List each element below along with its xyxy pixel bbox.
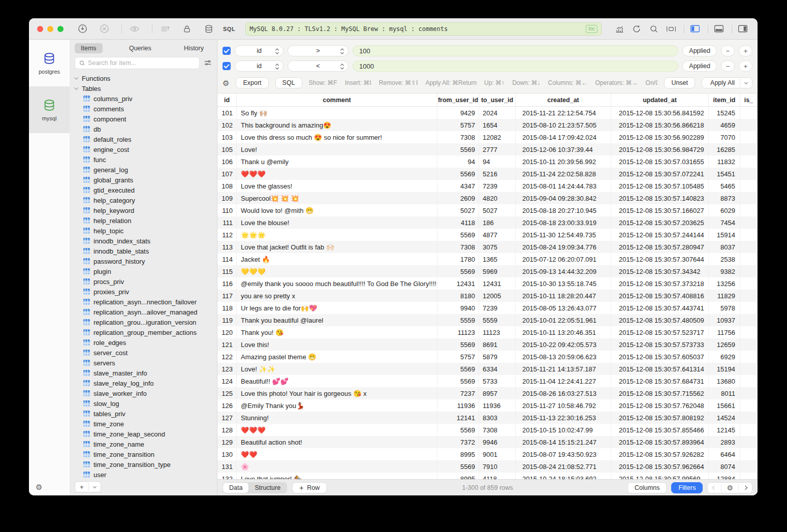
filter-column-select[interactable]: id bbox=[235, 45, 284, 56]
filter-operator-select[interactable]: > bbox=[288, 45, 349, 56]
applied-button[interactable]: Applied bbox=[682, 60, 717, 72]
sidebar-table-item[interactable]: role_edges bbox=[70, 337, 217, 348]
table-row[interactable]: 101So fly 🙌🏼942920242015-11-21 22:12:54.… bbox=[217, 107, 758, 119]
sidebar-table-item[interactable]: db bbox=[70, 124, 217, 134]
tab-items[interactable]: Items bbox=[75, 43, 103, 53]
filter-enabled-checkbox[interactable] bbox=[223, 62, 231, 70]
sidebar-table-item[interactable]: component bbox=[70, 114, 217, 124]
table-row[interactable]: 124Beautiful!! 💕💕556957332015-11-04 12:2… bbox=[217, 375, 758, 387]
filter-enabled-checkbox[interactable] bbox=[223, 47, 231, 55]
filters-button[interactable]: Filters bbox=[671, 482, 703, 493]
sidebar-table-item[interactable]: columns_priv bbox=[70, 93, 217, 104]
sidebar-table-item[interactable]: time_zone_transition_type bbox=[70, 459, 217, 470]
sidebar-table-item[interactable]: plugin bbox=[70, 266, 217, 276]
tree-group-tables[interactable]: Tables bbox=[70, 83, 217, 93]
table-row[interactable]: 122Amazing pastel theme 😬575758792015-08… bbox=[217, 351, 758, 363]
table-row[interactable]: 109Supercool💥 💥 💥260948202015-09-04 09:2… bbox=[217, 192, 758, 204]
column-header-item_id[interactable]: item_id bbox=[709, 93, 740, 106]
next-page-button[interactable] bbox=[739, 486, 752, 489]
table-row[interactable]: 107❤️❤️❤️556952162015-11-24 22:02:58.828… bbox=[217, 168, 758, 180]
connection-mysql[interactable]: mysql bbox=[29, 86, 70, 133]
sidebar-table-item[interactable]: comments bbox=[70, 104, 217, 114]
sidebar-table-item[interactable]: user bbox=[70, 470, 217, 478]
applied-button[interactable]: Applied bbox=[682, 45, 717, 56]
remove-filter-button[interactable]: − bbox=[721, 45, 735, 56]
table-row[interactable]: 103Love this dress so much 😍 so nice for… bbox=[217, 131, 758, 143]
sidebar-table-item[interactable]: slave_master_info bbox=[70, 368, 217, 378]
table-row[interactable]: 113Love that jacket! Outfit is fab 🙌🏻730… bbox=[217, 241, 758, 253]
previous-page-button[interactable] bbox=[708, 486, 721, 489]
search-icon[interactable] bbox=[646, 22, 662, 36]
table-row[interactable]: 106Thank u @emily94942015-10-11 20:39:56… bbox=[217, 155, 758, 168]
table-row[interactable]: 102This background is amazing😍5757165420… bbox=[217, 119, 758, 131]
connection-postgres[interactable]: postgres bbox=[29, 40, 70, 86]
table-row[interactable]: 121Love this!556986912015-10-22 09:42:05… bbox=[217, 338, 758, 351]
unset-button[interactable]: Unset bbox=[664, 77, 695, 88]
sidebar-table-item[interactable]: time_zone bbox=[70, 419, 217, 429]
zoom-window-button[interactable] bbox=[57, 26, 64, 32]
column-header-comment[interactable]: comment bbox=[237, 93, 437, 106]
filter-operator-select[interactable]: < bbox=[288, 60, 349, 72]
sidebar-table-item[interactable]: time_zone_transition bbox=[70, 449, 217, 459]
table-row[interactable]: 125Love this photo! Your hair is gorgeou… bbox=[217, 387, 758, 399]
column-header-is_[interactable]: is_ bbox=[740, 93, 758, 106]
sql-editor-icon[interactable]: SQL bbox=[223, 26, 235, 32]
toggle-bottom-panel-icon[interactable] bbox=[711, 22, 727, 36]
chart-icon[interactable] bbox=[612, 22, 627, 36]
add-item-combo-button[interactable]: + bbox=[75, 481, 101, 492]
search-input[interactable] bbox=[88, 59, 195, 67]
sidebar-table-item[interactable]: slow_log bbox=[70, 398, 217, 409]
sidebar-table-item[interactable]: help_keyword bbox=[70, 205, 217, 215]
sidebar-table-item[interactable]: replication_grou...iguration_version bbox=[70, 317, 217, 327]
column-header-id[interactable]: id bbox=[217, 93, 237, 106]
table-row[interactable]: 127Stunning!1214183032015-11-13 22:30:16… bbox=[217, 412, 758, 424]
table-row[interactable]: 131🌸556979102015-08-24 21:08:52.7712015-… bbox=[217, 460, 758, 473]
column-header-updated_at[interactable]: updated_at bbox=[611, 93, 709, 106]
column-header-created_at[interactable]: created_at bbox=[516, 93, 611, 106]
commit-list-icon[interactable] bbox=[158, 22, 173, 36]
sidebar-table-item[interactable]: slave_relay_log_info bbox=[70, 378, 217, 388]
sidebar-table-item[interactable]: tables_priv bbox=[70, 409, 217, 419]
columns-button[interactable]: Columns bbox=[627, 482, 667, 493]
sidebar-table-item[interactable]: time_zone_leap_second bbox=[70, 429, 217, 439]
sidebar-table-item[interactable]: servers bbox=[70, 358, 217, 368]
sidebar-table-item[interactable]: gtid_executed bbox=[70, 185, 217, 195]
sidebar-table-item[interactable]: general_log bbox=[70, 165, 217, 175]
apply-all-button[interactable]: Apply All bbox=[702, 77, 752, 88]
sidebar-table-item[interactable]: replication_asyn...nnection_failover bbox=[70, 297, 217, 307]
table-row[interactable]: 126@Emily Thank you💃🏽11936119362015-11-2… bbox=[217, 399, 758, 412]
toggle-right-panel-icon[interactable] bbox=[735, 22, 750, 36]
fit-width-icon[interactable] bbox=[664, 22, 679, 36]
sidebar-table-item[interactable]: replication_asyn...ailover_managed bbox=[70, 307, 217, 317]
column-header-to_user_id[interactable]: to_user_id bbox=[479, 93, 516, 106]
tab-queries[interactable]: Queries bbox=[123, 43, 158, 53]
table-row[interactable]: 123Love! ✨✨556963342015-11-21 14:13:57.1… bbox=[217, 363, 758, 375]
sql-button[interactable]: SQL bbox=[275, 77, 302, 88]
table-row[interactable]: 129Beautiful action shot!737299462015-08… bbox=[217, 436, 758, 448]
add-row-button[interactable]: + Row bbox=[292, 482, 327, 493]
table-row[interactable]: 116@emily thank you soooo much beautiful… bbox=[217, 277, 758, 290]
table-row[interactable]: 110Would love to! @mith 😁502750272015-08… bbox=[217, 204, 758, 216]
filter-settings-gear-icon[interactable]: ⚙ bbox=[223, 79, 229, 87]
database-icon[interactable] bbox=[201, 22, 216, 36]
table-row[interactable]: 112🌟🌟🌟556948772015-11-30 12:54:49.735201… bbox=[217, 229, 758, 241]
page-settings-gear-icon[interactable]: ⚙ bbox=[721, 484, 738, 491]
table-row[interactable]: 114Jacket 🔥178013652015-07-12 06:20:07.0… bbox=[217, 253, 758, 265]
disconnect-icon[interactable] bbox=[97, 22, 112, 36]
refresh-icon[interactable] bbox=[629, 22, 644, 36]
sidebar-table-item[interactable]: default_roles bbox=[70, 134, 217, 144]
table-row[interactable]: 111Love the blouse!41181862015-08-18 23:… bbox=[217, 216, 758, 229]
sidebar-table-item[interactable]: time_zone_name bbox=[70, 439, 217, 449]
column-header-from_user_id[interactable]: from_user_id bbox=[437, 93, 479, 106]
filter-value-input[interactable]: 100 bbox=[353, 45, 678, 56]
minimize-window-button[interactable] bbox=[47, 26, 53, 32]
filter-sliders-icon[interactable] bbox=[204, 59, 212, 67]
sidebar-table-item[interactable]: engine_cost bbox=[70, 144, 217, 154]
table-row[interactable]: 132Love that jumper! 🏇899541182015-10-24… bbox=[217, 473, 758, 479]
tab-data[interactable]: Data bbox=[223, 483, 248, 493]
filter-value-input[interactable]: 1000 bbox=[353, 60, 678, 72]
sidebar-table-item[interactable]: help_relation bbox=[70, 215, 217, 226]
tab-structure[interactable]: Structure bbox=[248, 483, 287, 493]
sidebar-table-item[interactable]: server_cost bbox=[70, 348, 217, 358]
sidebar-table-item[interactable]: innodb_index_stats bbox=[70, 236, 217, 246]
